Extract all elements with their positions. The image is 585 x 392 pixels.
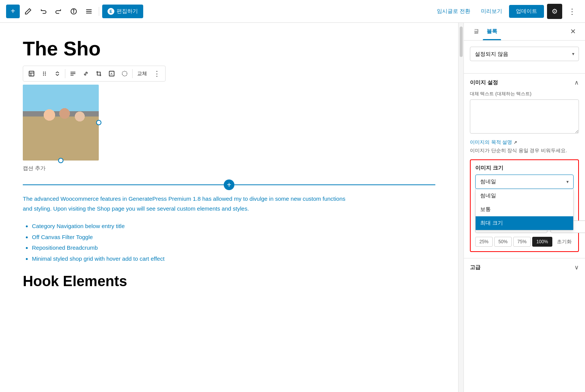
elementor-edit-button[interactable]: E 편집하기 <box>102 5 143 18</box>
link-button[interactable] <box>80 68 92 80</box>
image-settings-section: 이미지 설정 ∧ 대체 텍스트 (대체하는 텍스트) 이미지의 목적 설명 ↗ … <box>464 73 585 159</box>
add-block-line <box>23 184 224 185</box>
resize-handle-bottom[interactable] <box>58 158 63 163</box>
size-dropdown-value: 썸네일 <box>480 178 496 185</box>
toolbar-separator-1 <box>99 7 99 16</box>
more-options-button[interactable]: ⋮ <box>565 5 579 17</box>
page-title: The Sho <box>23 38 435 60</box>
size-option-large[interactable]: 최대 크기 <box>476 216 573 230</box>
image-purpose-row: 이미지의 목적 설명 ↗ 이미지가 단순히 장식 용일 경우 비워두세요. <box>470 139 579 154</box>
image-size-title: 이미지 크기 <box>475 165 574 172</box>
move-up-down-button[interactable] <box>51 68 63 80</box>
drag-handle-button[interactable] <box>38 68 51 80</box>
size-options-list: 썸네일 보통 최대 크기 <box>475 189 574 230</box>
panel-dropdown-section: 설정되지 않음 ▾ <box>464 41 585 73</box>
panel-close-button[interactable]: ✕ <box>567 26 579 37</box>
image-block <box>23 85 99 161</box>
image-settings-content: 대체 텍스트 (대체하는 텍스트) 이미지의 목적 설명 ↗ 이미지가 단순히 … <box>464 91 585 154</box>
alt-text-label: 대체 텍스트 (대체하는 텍스트) <box>470 91 579 97</box>
block-type-icon-button[interactable] <box>25 68 38 80</box>
reset-button[interactable]: 초기화 <box>557 238 572 245</box>
svg-text:A: A <box>111 72 113 76</box>
replace-button[interactable]: 교체 <box>134 69 150 79</box>
svg-point-12 <box>45 73 46 74</box>
alt-text-field[interactable] <box>470 99 579 134</box>
pct-25-button[interactable]: 25% <box>475 237 493 247</box>
percentage-row: 25% 50% 75% 100% 초기화 <box>475 237 574 247</box>
main-layout: The Sho A <box>0 23 585 392</box>
svg-point-20 <box>122 71 127 76</box>
svg-point-13 <box>43 75 44 76</box>
pct-100-button[interactable]: 100% <box>532 237 552 247</box>
image-caption[interactable]: 캡션 추가 <box>23 165 435 172</box>
tab-text[interactable]: 글 <box>470 23 483 40</box>
body-text: The advanced Woocommerce features in Gen… <box>23 194 349 213</box>
advanced-section: 고급 ∨ <box>464 258 585 276</box>
toolbar-right: 임시글로 전환 미리보기 업데이트 ⚙ ⋮ <box>433 4 579 19</box>
list-view-button[interactable] <box>82 5 96 18</box>
size-option-medium[interactable]: 보통 <box>476 203 573 216</box>
scroll-rail[interactable] <box>458 23 463 392</box>
advanced-toggle-button[interactable]: ∨ <box>574 264 579 271</box>
image-content <box>23 85 99 161</box>
size-dropdown-button[interactable]: 썸네일 ▾ <box>475 175 574 189</box>
top-toolbar: + E 편집하기 임시글로 전환 미리보기 업데이트 ⚙ ⋮ <box>0 0 585 23</box>
image-thumbnail[interactable] <box>23 85 99 161</box>
image-purpose-desc: 이미지가 단순히 장식 용일 경우 비워두세요. <box>470 147 567 154</box>
align-button[interactable] <box>67 68 79 80</box>
settings-button[interactable]: ⚙ <box>547 4 562 19</box>
image-purpose-link[interactable]: 이미지의 목적 설명 <box>470 139 512 146</box>
add-block-line-right <box>234 184 435 185</box>
update-button[interactable]: 업데이트 <box>509 5 544 18</box>
svg-point-9 <box>43 72 44 72</box>
list-item: Repositioned Breadcrumb <box>32 242 435 253</box>
scroll-thumb[interactable] <box>460 27 463 57</box>
list-item: Off Canvas Filter Toggle <box>32 232 435 243</box>
external-link-icon: ↗ <box>514 140 517 145</box>
svg-point-11 <box>43 73 44 74</box>
size-option-thumbnail[interactable]: 썸네일 <box>476 189 573 203</box>
add-block-button-inline[interactable]: + <box>224 179 234 190</box>
svg-rect-6 <box>29 71 34 76</box>
pct-75-button[interactable]: 75% <box>513 237 531 247</box>
panel-dropdown-select[interactable]: 설정되지 않음 <box>470 47 579 61</box>
info-button[interactable] <box>67 5 81 18</box>
block-more-button[interactable]: ⋮ <box>151 68 163 80</box>
feature-list: Category Navigation below entry title Of… <box>23 221 435 264</box>
block-toolbar-sep-2 <box>132 69 133 78</box>
add-block-row: + <box>23 179 435 190</box>
image-settings-title: 이미지 설정 <box>470 79 498 86</box>
content-area: The Sho A <box>0 23 458 392</box>
svg-point-14 <box>45 75 46 76</box>
preview-button[interactable]: 미리보기 <box>477 6 506 17</box>
image-settings-toggle[interactable]: ∧ <box>574 79 579 86</box>
right-panel: 글 블록 ✕ 설정되지 않음 ▾ 이미지 설정 ∧ 대체 텍스트 (대체하는 텍… <box>463 23 585 392</box>
pct-50-button[interactable]: 50% <box>494 237 512 247</box>
redo-button[interactable] <box>52 5 65 18</box>
add-block-button[interactable]: + <box>6 5 20 18</box>
image-settings-header[interactable]: 이미지 설정 ∧ <box>464 79 585 86</box>
elementor-icon: E <box>108 8 114 15</box>
advanced-title: 고급 <box>470 264 481 271</box>
crop-button[interactable] <box>93 68 105 80</box>
undo-button[interactable] <box>36 5 50 18</box>
list-item: Minimal styled shop grid with hover add … <box>32 253 435 264</box>
block-toolbar-sep-1 <box>65 69 65 78</box>
text-overlay-button[interactable]: A <box>106 68 118 80</box>
svg-point-10 <box>45 72 46 72</box>
block-toolbar: A 교체 ⋮ <box>23 66 166 82</box>
svg-point-2 <box>73 9 74 10</box>
panel-header: 글 블록 ✕ <box>464 23 585 41</box>
filter-button[interactable] <box>119 68 131 80</box>
list-item: Category Navigation below entry title <box>32 221 435 232</box>
size-dropdown-container: 썸네일 ▾ 썸네일 보통 최대 크기 <box>475 175 574 189</box>
size-dropdown-arrow-icon: ▾ <box>566 179 569 184</box>
image-size-section: 이미지 크기 썸네일 ▾ 썸네일 보통 최대 크기 <box>470 159 579 252</box>
tab-block[interactable]: 블록 <box>483 23 501 40</box>
edit-button[interactable] <box>21 5 35 18</box>
save-draft-button[interactable]: 임시글로 전환 <box>433 6 474 17</box>
resize-handle-right[interactable] <box>96 120 101 125</box>
section-heading: Hook Elements <box>23 273 435 290</box>
panel-dropdown-container: 설정되지 않음 ▾ <box>470 47 579 61</box>
